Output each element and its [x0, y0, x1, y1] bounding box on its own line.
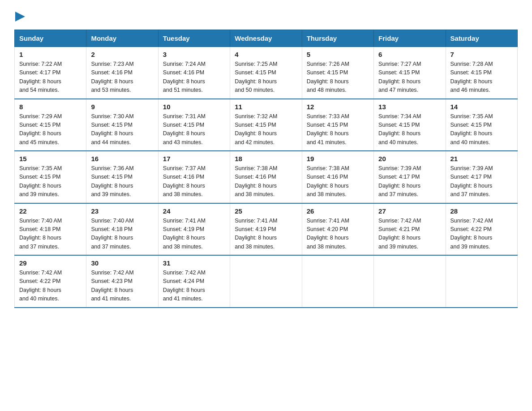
- calendar-cell: 5 Sunrise: 7:26 AM Sunset: 4:15 PM Dayli…: [302, 47, 373, 99]
- calendar-table: SundayMondayTuesdayWednesdayThursdayFrid…: [14, 30, 518, 308]
- day-number: 24: [163, 207, 225, 215]
- sun-info: Sunrise: 7:41 AM Sunset: 4:20 PM Dayligh…: [307, 217, 369, 252]
- sun-info: Sunrise: 7:41 AM Sunset: 4:19 PM Dayligh…: [163, 217, 225, 252]
- day-number: 20: [378, 155, 441, 163]
- calendar-cell: 19 Sunrise: 7:38 AM Sunset: 4:16 PM Dayl…: [302, 151, 373, 203]
- sun-info: Sunrise: 7:38 AM Sunset: 4:16 PM Dayligh…: [235, 164, 297, 199]
- calendar-cell: 17 Sunrise: 7:37 AM Sunset: 4:16 PM Dayl…: [158, 151, 230, 203]
- calendar-cell: 6 Sunrise: 7:27 AM Sunset: 4:15 PM Dayli…: [374, 47, 446, 99]
- day-number: 10: [163, 103, 225, 111]
- sun-info: Sunrise: 7:40 AM Sunset: 4:18 PM Dayligh…: [91, 217, 153, 252]
- calendar-cell: 21 Sunrise: 7:39 AM Sunset: 4:17 PM Dayl…: [446, 151, 517, 203]
- sun-info: Sunrise: 7:42 AM Sunset: 4:21 PM Dayligh…: [378, 217, 441, 252]
- sun-info: Sunrise: 7:41 AM Sunset: 4:19 PM Dayligh…: [235, 217, 297, 252]
- sun-info: Sunrise: 7:29 AM Sunset: 4:15 PM Dayligh…: [19, 112, 82, 147]
- calendar-cell: 30 Sunrise: 7:42 AM Sunset: 4:23 PM Dayl…: [86, 255, 158, 308]
- sun-info: Sunrise: 7:42 AM Sunset: 4:22 PM Dayligh…: [19, 269, 82, 304]
- day-number: 7: [450, 51, 513, 58]
- week-row-3: 15 Sunrise: 7:35 AM Sunset: 4:15 PM Dayl…: [15, 151, 518, 203]
- day-number: 8: [19, 103, 82, 111]
- sun-info: Sunrise: 7:42 AM Sunset: 4:24 PM Dayligh…: [163, 269, 225, 304]
- sun-info: Sunrise: 7:37 AM Sunset: 4:16 PM Dayligh…: [163, 164, 225, 199]
- day-number: 14: [450, 103, 513, 111]
- sun-info: Sunrise: 7:22 AM Sunset: 4:17 PM Dayligh…: [19, 60, 82, 95]
- sun-info: Sunrise: 7:40 AM Sunset: 4:18 PM Dayligh…: [19, 217, 82, 252]
- day-number: 29: [19, 259, 82, 267]
- header-friday: Friday: [374, 30, 446, 47]
- sun-info: Sunrise: 7:28 AM Sunset: 4:15 PM Dayligh…: [450, 60, 513, 95]
- sun-info: Sunrise: 7:35 AM Sunset: 4:15 PM Dayligh…: [19, 164, 82, 199]
- calendar-cell: 31 Sunrise: 7:42 AM Sunset: 4:24 PM Dayl…: [158, 255, 230, 308]
- calendar-cell: 7 Sunrise: 7:28 AM Sunset: 4:15 PM Dayli…: [446, 47, 517, 99]
- header-wednesday: Wednesday: [230, 30, 302, 47]
- sun-info: Sunrise: 7:33 AM Sunset: 4:15 PM Dayligh…: [307, 112, 369, 147]
- day-number: 25: [235, 207, 297, 215]
- day-number: 30: [91, 259, 153, 267]
- sun-info: Sunrise: 7:31 AM Sunset: 4:15 PM Dayligh…: [163, 112, 225, 147]
- day-number: 12: [307, 103, 369, 111]
- sun-info: Sunrise: 7:30 AM Sunset: 4:15 PM Dayligh…: [91, 112, 153, 147]
- day-number: 15: [19, 155, 82, 163]
- calendar-cell: 4 Sunrise: 7:25 AM Sunset: 4:15 PM Dayli…: [230, 47, 302, 99]
- calendar-cell: 2 Sunrise: 7:23 AM Sunset: 4:16 PM Dayli…: [86, 47, 158, 99]
- calendar-cell: [446, 255, 517, 308]
- sun-info: Sunrise: 7:39 AM Sunset: 4:17 PM Dayligh…: [378, 164, 441, 199]
- day-number: 1: [19, 51, 82, 58]
- calendar-cell: 27 Sunrise: 7:42 AM Sunset: 4:21 PM Dayl…: [374, 203, 446, 256]
- calendar-cell: 18 Sunrise: 7:38 AM Sunset: 4:16 PM Dayl…: [230, 151, 302, 203]
- calendar-cell: 28 Sunrise: 7:42 AM Sunset: 4:22 PM Dayl…: [446, 203, 517, 256]
- sun-info: Sunrise: 7:39 AM Sunset: 4:17 PM Dayligh…: [450, 164, 513, 199]
- day-number: 13: [378, 103, 441, 111]
- week-row-5: 29 Sunrise: 7:42 AM Sunset: 4:22 PM Dayl…: [15, 255, 518, 308]
- logo: [14, 11, 25, 21]
- day-number: 16: [91, 155, 153, 163]
- header-tuesday: Tuesday: [158, 30, 230, 47]
- day-number: 19: [307, 155, 369, 163]
- calendar-cell: [230, 255, 302, 308]
- sun-info: Sunrise: 7:42 AM Sunset: 4:23 PM Dayligh…: [91, 269, 153, 304]
- page-header: [14, 11, 518, 21]
- day-number: 26: [307, 207, 369, 215]
- calendar-cell: 10 Sunrise: 7:31 AM Sunset: 4:15 PM Dayl…: [158, 99, 230, 151]
- day-number: 21: [450, 155, 513, 163]
- calendar-cell: [302, 255, 373, 308]
- day-number: 11: [235, 103, 297, 111]
- calendar-cell: 3 Sunrise: 7:24 AM Sunset: 4:16 PM Dayli…: [158, 47, 230, 99]
- calendar-cell: 24 Sunrise: 7:41 AM Sunset: 4:19 PM Dayl…: [158, 203, 230, 256]
- calendar-cell: 1 Sunrise: 7:22 AM Sunset: 4:17 PM Dayli…: [15, 47, 86, 99]
- sun-info: Sunrise: 7:24 AM Sunset: 4:16 PM Dayligh…: [163, 60, 225, 95]
- sun-info: Sunrise: 7:23 AM Sunset: 4:16 PM Dayligh…: [91, 60, 153, 95]
- calendar-cell: 8 Sunrise: 7:29 AM Sunset: 4:15 PM Dayli…: [15, 99, 86, 151]
- sun-info: Sunrise: 7:32 AM Sunset: 4:15 PM Dayligh…: [235, 112, 297, 147]
- day-number: 22: [19, 207, 82, 215]
- calendar-cell: 16 Sunrise: 7:36 AM Sunset: 4:15 PM Dayl…: [86, 151, 158, 203]
- calendar-cell: [374, 255, 446, 308]
- sun-info: Sunrise: 7:26 AM Sunset: 4:15 PM Dayligh…: [307, 60, 369, 95]
- sun-info: Sunrise: 7:25 AM Sunset: 4:15 PM Dayligh…: [235, 60, 297, 95]
- header-saturday: Saturday: [446, 30, 517, 47]
- day-number: 18: [235, 155, 297, 163]
- sun-info: Sunrise: 7:42 AM Sunset: 4:22 PM Dayligh…: [450, 217, 513, 252]
- calendar-cell: 25 Sunrise: 7:41 AM Sunset: 4:19 PM Dayl…: [230, 203, 302, 256]
- calendar-cell: 22 Sunrise: 7:40 AM Sunset: 4:18 PM Dayl…: [15, 203, 86, 256]
- day-number: 17: [163, 155, 225, 163]
- days-header-row: SundayMondayTuesdayWednesdayThursdayFrid…: [15, 30, 518, 47]
- header-sunday: Sunday: [15, 30, 86, 47]
- calendar-cell: 9 Sunrise: 7:30 AM Sunset: 4:15 PM Dayli…: [86, 99, 158, 151]
- calendar-cell: 20 Sunrise: 7:39 AM Sunset: 4:17 PM Dayl…: [374, 151, 446, 203]
- sun-info: Sunrise: 7:36 AM Sunset: 4:15 PM Dayligh…: [91, 164, 153, 199]
- calendar-cell: 12 Sunrise: 7:33 AM Sunset: 4:15 PM Dayl…: [302, 99, 373, 151]
- calendar-cell: 14 Sunrise: 7:35 AM Sunset: 4:15 PM Dayl…: [446, 99, 517, 151]
- day-number: 3: [163, 51, 225, 58]
- day-number: 27: [378, 207, 441, 215]
- week-row-1: 1 Sunrise: 7:22 AM Sunset: 4:17 PM Dayli…: [15, 47, 518, 99]
- week-row-2: 8 Sunrise: 7:29 AM Sunset: 4:15 PM Dayli…: [15, 99, 518, 151]
- logo-flag-icon: [15, 12, 25, 21]
- sun-info: Sunrise: 7:34 AM Sunset: 4:15 PM Dayligh…: [378, 112, 441, 147]
- calendar-cell: 13 Sunrise: 7:34 AM Sunset: 4:15 PM Dayl…: [374, 99, 446, 151]
- day-number: 6: [378, 51, 441, 58]
- day-number: 23: [91, 207, 153, 215]
- sun-info: Sunrise: 7:35 AM Sunset: 4:15 PM Dayligh…: [450, 112, 513, 147]
- week-row-4: 22 Sunrise: 7:40 AM Sunset: 4:18 PM Dayl…: [15, 203, 518, 256]
- sun-info: Sunrise: 7:38 AM Sunset: 4:16 PM Dayligh…: [307, 164, 369, 199]
